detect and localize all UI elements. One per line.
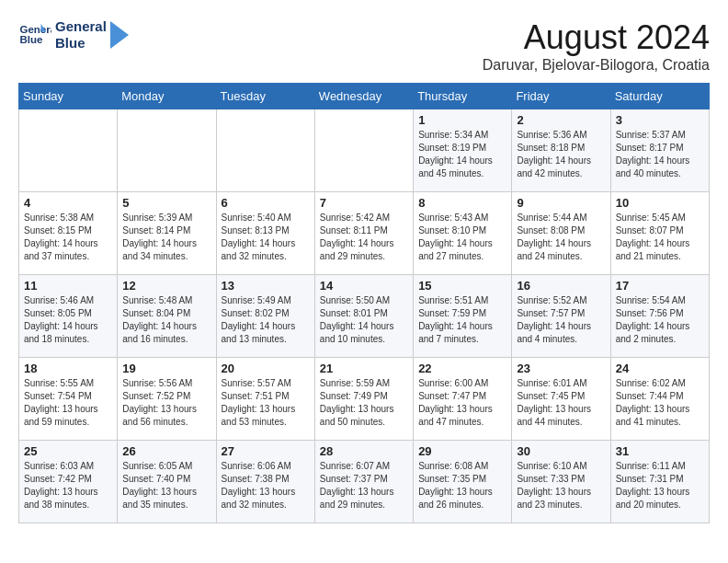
svg-text:General: General bbox=[19, 24, 51, 35]
day-number: 11 bbox=[24, 279, 112, 293]
day-number: 14 bbox=[320, 279, 408, 293]
day-info: Sunrise: 5:34 AM Sunset: 8:19 PM Dayligh… bbox=[418, 129, 506, 180]
day-number: 24 bbox=[616, 362, 704, 375]
day-info: Sunrise: 6:00 AM Sunset: 7:47 PM Dayligh… bbox=[418, 377, 506, 429]
calendar-day-cell bbox=[314, 109, 413, 192]
day-number: 20 bbox=[222, 362, 310, 375]
calendar-day-cell: 26Sunrise: 6:05 AM Sunset: 7:40 PM Dayli… bbox=[118, 441, 216, 523]
calendar-day-cell: 2Sunrise: 5:36 AM Sunset: 8:18 PM Daylig… bbox=[512, 109, 610, 192]
day-number: 18 bbox=[24, 362, 112, 375]
logo: General Blue General Blue bbox=[18, 18, 129, 52]
calendar-week-row: 11Sunrise: 5:46 AM Sunset: 8:05 PM Dayli… bbox=[19, 275, 710, 358]
calendar-day-cell: 4Sunrise: 5:38 AM Sunset: 8:15 PM Daylig… bbox=[19, 192, 118, 275]
calendar-day-cell: 22Sunrise: 6:00 AM Sunset: 7:47 PM Dayli… bbox=[414, 358, 512, 441]
calendar-day-cell: 12Sunrise: 5:48 AM Sunset: 8:04 PM Dayli… bbox=[118, 275, 216, 358]
calendar-day-cell: 14Sunrise: 5:50 AM Sunset: 8:01 PM Dayli… bbox=[314, 275, 413, 358]
day-info: Sunrise: 6:05 AM Sunset: 7:40 PM Dayligh… bbox=[122, 460, 210, 511]
day-number: 21 bbox=[320, 362, 408, 375]
day-of-week-header: Monday bbox=[118, 84, 216, 109]
calendar-day-cell: 29Sunrise: 6:08 AM Sunset: 7:35 PM Dayli… bbox=[414, 441, 512, 523]
day-number: 9 bbox=[517, 196, 605, 210]
calendar-day-cell: 5Sunrise: 5:39 AM Sunset: 8:14 PM Daylig… bbox=[118, 192, 216, 275]
day-info: Sunrise: 5:55 AM Sunset: 7:54 PM Dayligh… bbox=[24, 377, 112, 429]
day-number: 5 bbox=[122, 196, 210, 210]
calendar-day-cell bbox=[216, 109, 314, 192]
calendar-week-row: 25Sunrise: 6:03 AM Sunset: 7:42 PM Dayli… bbox=[19, 441, 710, 523]
calendar-week-row: 1Sunrise: 5:34 AM Sunset: 8:19 PM Daylig… bbox=[19, 109, 710, 192]
calendar-day-cell: 21Sunrise: 5:59 AM Sunset: 7:49 PM Dayli… bbox=[314, 358, 413, 441]
day-number: 30 bbox=[517, 444, 605, 458]
calendar-day-cell: 24Sunrise: 6:02 AM Sunset: 7:44 PM Dayli… bbox=[610, 358, 709, 441]
logo-blue: Blue bbox=[55, 35, 107, 52]
day-number: 1 bbox=[418, 113, 506, 127]
day-info: Sunrise: 6:07 AM Sunset: 7:37 PM Dayligh… bbox=[320, 460, 408, 511]
calendar-day-cell: 7Sunrise: 5:42 AM Sunset: 8:11 PM Daylig… bbox=[314, 192, 413, 275]
day-info: Sunrise: 5:42 AM Sunset: 8:11 PM Dayligh… bbox=[320, 212, 408, 263]
day-of-week-header: Sunday bbox=[19, 84, 118, 109]
calendar-week-row: 4Sunrise: 5:38 AM Sunset: 8:15 PM Daylig… bbox=[19, 192, 710, 275]
day-info: Sunrise: 6:08 AM Sunset: 7:35 PM Dayligh… bbox=[418, 460, 506, 511]
day-info: Sunrise: 5:37 AM Sunset: 8:17 PM Dayligh… bbox=[616, 129, 704, 180]
day-info: Sunrise: 5:51 AM Sunset: 7:59 PM Dayligh… bbox=[418, 294, 506, 346]
day-info: Sunrise: 5:50 AM Sunset: 8:01 PM Dayligh… bbox=[320, 294, 408, 346]
title-block: August 2024 Daruvar, Bjelovar-Bilogora, … bbox=[483, 18, 710, 74]
calendar-day-cell: 25Sunrise: 6:03 AM Sunset: 7:42 PM Dayli… bbox=[19, 441, 118, 523]
calendar-day-cell: 13Sunrise: 5:49 AM Sunset: 8:02 PM Dayli… bbox=[216, 275, 314, 358]
day-info: Sunrise: 5:40 AM Sunset: 8:13 PM Dayligh… bbox=[222, 212, 310, 263]
calendar-day-cell: 10Sunrise: 5:45 AM Sunset: 8:07 PM Dayli… bbox=[610, 192, 709, 275]
calendar-day-cell: 20Sunrise: 5:57 AM Sunset: 7:51 PM Dayli… bbox=[216, 358, 314, 441]
calendar-day-cell: 1Sunrise: 5:34 AM Sunset: 8:19 PM Daylig… bbox=[414, 109, 512, 192]
calendar-day-cell: 16Sunrise: 5:52 AM Sunset: 7:57 PM Dayli… bbox=[512, 275, 610, 358]
calendar-day-cell bbox=[19, 109, 118, 192]
day-number: 10 bbox=[616, 196, 704, 210]
calendar-week-row: 18Sunrise: 5:55 AM Sunset: 7:54 PM Dayli… bbox=[19, 358, 710, 441]
day-info: Sunrise: 5:56 AM Sunset: 7:52 PM Dayligh… bbox=[122, 377, 210, 429]
day-number: 4 bbox=[24, 196, 112, 210]
day-number: 19 bbox=[122, 362, 210, 375]
day-of-week-header: Friday bbox=[512, 84, 610, 109]
day-info: Sunrise: 5:45 AM Sunset: 8:07 PM Dayligh… bbox=[616, 212, 704, 263]
calendar-day-cell: 23Sunrise: 6:01 AM Sunset: 7:45 PM Dayli… bbox=[512, 358, 610, 441]
day-info: Sunrise: 5:44 AM Sunset: 8:08 PM Dayligh… bbox=[517, 212, 605, 263]
location-subtitle: Daruvar, Bjelovar-Bilogora, Croatia bbox=[483, 57, 710, 74]
day-number: 16 bbox=[517, 279, 605, 293]
calendar-table: SundayMondayTuesdayWednesdayThursdayFrid… bbox=[18, 83, 710, 523]
month-year-title: August 2024 bbox=[483, 18, 710, 57]
day-number: 27 bbox=[222, 444, 310, 458]
day-number: 15 bbox=[418, 279, 506, 293]
day-number: 3 bbox=[616, 113, 704, 127]
calendar-day-cell: 15Sunrise: 5:51 AM Sunset: 7:59 PM Dayli… bbox=[414, 275, 512, 358]
day-number: 17 bbox=[616, 279, 704, 293]
day-number: 23 bbox=[517, 362, 605, 375]
day-info: Sunrise: 5:36 AM Sunset: 8:18 PM Dayligh… bbox=[517, 129, 605, 180]
calendar-day-cell: 9Sunrise: 5:44 AM Sunset: 8:08 PM Daylig… bbox=[512, 192, 610, 275]
calendar-day-cell: 28Sunrise: 6:07 AM Sunset: 7:37 PM Dayli… bbox=[314, 441, 413, 523]
logo-icon: General Blue bbox=[18, 18, 51, 52]
day-info: Sunrise: 5:59 AM Sunset: 7:49 PM Dayligh… bbox=[320, 377, 408, 429]
day-info: Sunrise: 5:43 AM Sunset: 8:10 PM Dayligh… bbox=[418, 212, 506, 263]
day-number: 29 bbox=[418, 444, 506, 458]
calendar-day-cell: 17Sunrise: 5:54 AM Sunset: 7:56 PM Dayli… bbox=[610, 275, 709, 358]
day-number: 31 bbox=[616, 444, 704, 458]
day-info: Sunrise: 5:54 AM Sunset: 7:56 PM Dayligh… bbox=[616, 294, 704, 346]
day-info: Sunrise: 5:48 AM Sunset: 8:04 PM Dayligh… bbox=[122, 294, 210, 346]
day-of-week-header: Tuesday bbox=[216, 84, 314, 109]
day-of-week-header: Wednesday bbox=[314, 84, 413, 109]
calendar-day-cell: 11Sunrise: 5:46 AM Sunset: 8:05 PM Dayli… bbox=[19, 275, 118, 358]
day-info: Sunrise: 6:03 AM Sunset: 7:42 PM Dayligh… bbox=[24, 460, 112, 511]
day-number: 22 bbox=[418, 362, 506, 375]
day-of-week-header: Saturday bbox=[610, 84, 709, 109]
calendar-day-cell bbox=[118, 109, 216, 192]
day-number: 12 bbox=[122, 279, 210, 293]
calendar-day-cell: 19Sunrise: 5:56 AM Sunset: 7:52 PM Dayli… bbox=[118, 358, 216, 441]
day-number: 2 bbox=[517, 113, 605, 127]
page-header: General Blue General Blue August 2024 Da… bbox=[18, 18, 710, 74]
day-info: Sunrise: 6:10 AM Sunset: 7:33 PM Dayligh… bbox=[517, 460, 605, 511]
day-info: Sunrise: 6:11 AM Sunset: 7:31 PM Dayligh… bbox=[616, 460, 704, 511]
calendar-day-cell: 3Sunrise: 5:37 AM Sunset: 8:17 PM Daylig… bbox=[610, 109, 709, 192]
svg-marker-3 bbox=[110, 21, 129, 49]
day-info: Sunrise: 5:57 AM Sunset: 7:51 PM Dayligh… bbox=[222, 377, 310, 429]
day-number: 26 bbox=[122, 444, 210, 458]
calendar-day-cell: 18Sunrise: 5:55 AM Sunset: 7:54 PM Dayli… bbox=[19, 358, 118, 441]
day-info: Sunrise: 6:01 AM Sunset: 7:45 PM Dayligh… bbox=[517, 377, 605, 429]
